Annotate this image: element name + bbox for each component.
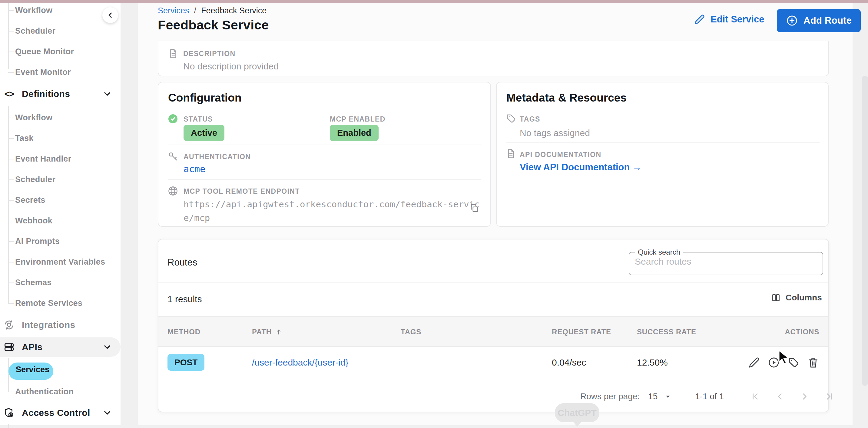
next-page-icon[interactable]: [800, 391, 810, 402]
document-icon: [506, 148, 516, 159]
chevron-left-icon: [106, 10, 115, 20]
sidebar-section-access-control[interactable]: Access Control: [0, 403, 121, 423]
sort-asc-icon: [275, 327, 283, 337]
breadcrumb-separator: /: [194, 6, 196, 16]
quick-search-field[interactable]: Quick search: [629, 248, 823, 275]
method-cell: POST: [167, 347, 205, 378]
edit-service-label: Edit Service: [711, 14, 764, 25]
divider: [158, 282, 828, 283]
integrations-plug-icon: [3, 319, 15, 331]
request-rate-cell: 0.04/sec: [552, 347, 586, 378]
sidebar-item-def-task[interactable]: Task: [15, 132, 34, 144]
metadata-card: Metadata & Resources TAGS No tags assign…: [496, 82, 829, 227]
divider: [506, 142, 819, 143]
shield-user-icon: [3, 407, 15, 419]
routes-title: Routes: [167, 257, 197, 268]
delete-route-trash-icon[interactable]: [807, 356, 819, 369]
scrollbar-thumb[interactable]: [862, 76, 868, 386]
sidebar-section-integrations[interactable]: Integrations: [0, 315, 121, 335]
sidebar-item-event-monitor[interactable]: Event Monitor: [15, 66, 71, 78]
last-page-icon[interactable]: [825, 391, 835, 402]
sidebar-item-services-label: Services: [16, 365, 50, 374]
sidebar-item-event-handler[interactable]: Event Handler: [15, 153, 71, 165]
success-rate-cell: 12.50%: [637, 347, 668, 378]
sidebar-item-ai-prompts[interactable]: AI Prompts: [15, 235, 60, 247]
chatgpt-watermark: ChatGPT: [555, 403, 599, 422]
divider: [168, 145, 481, 145]
pagination-range: 1-1 of 1: [695, 392, 724, 401]
check-circle-icon: [167, 113, 178, 124]
authentication-label: AUTHENTICATION: [184, 153, 251, 161]
sidebar-section-label: Definitions: [22, 89, 70, 99]
status-label: STATUS: [184, 115, 213, 123]
search-routes-input[interactable]: [635, 256, 813, 267]
route-table-row[interactable]: POST /user-feedback/{user-id} 0.04/sec 1…: [158, 347, 828, 378]
col-success-rate[interactable]: SUCCESS RATE: [637, 317, 696, 347]
mcp-enabled-label: MCP ENABLED: [330, 115, 385, 123]
quick-search-label: Quick search: [635, 248, 683, 256]
columns-label: Columns: [786, 293, 822, 303]
sidebar-item-def-workflow[interactable]: Workflow: [15, 112, 52, 124]
tree-line: [8, 424, 9, 428]
sidebar-section-label: Integrations: [22, 320, 75, 330]
description-label: DESCRIPTION: [183, 50, 236, 58]
sidebar-section-label: Access Control: [22, 408, 90, 418]
add-route-button[interactable]: Add Route: [777, 9, 861, 32]
code-icon: <>: [3, 88, 15, 100]
server-stack-icon: [3, 341, 15, 353]
sidebar-item-webhook[interactable]: Webhook: [15, 215, 52, 227]
sidebar-item-workflow[interactable]: Workflow: [15, 4, 52, 17]
chevron-down-icon: [102, 342, 112, 352]
col-method[interactable]: METHOD: [167, 317, 200, 347]
breadcrumb-services-link[interactable]: Services: [158, 6, 189, 16]
col-request-rate[interactable]: REQUEST RATE: [552, 317, 611, 347]
sidebar-section-apis[interactable]: APIs: [0, 337, 121, 357]
tags-value: No tags assigned: [520, 128, 590, 138]
screen: Workflow Scheduler Queue Monitor Event M…: [0, 0, 868, 428]
sidebar-section-label: APIs: [22, 342, 42, 352]
routes-table-header: METHOD PATH TAGS REQUEST RATE SUCCESS RA…: [158, 316, 828, 347]
sidebar-collapse-button[interactable]: [102, 7, 118, 23]
copy-icon[interactable]: [469, 203, 479, 213]
sidebar-item-scheduler[interactable]: Scheduler: [15, 25, 55, 37]
tag-icon: [506, 113, 516, 124]
edit-route-icon[interactable]: [748, 356, 760, 369]
breadcrumb-current: Feedback Service: [201, 6, 267, 16]
view-api-docs-link[interactable]: View API Documentation →: [520, 162, 642, 173]
configuration-card: Configuration STATUS Active MCP ENABLED …: [158, 82, 491, 227]
path-cell: /user-feedback/{user-id}: [252, 347, 349, 378]
mcp-enabled-badge: Enabled: [330, 125, 379, 141]
edit-service-button[interactable]: Edit Service: [694, 14, 764, 25]
endpoint-value: https://api.apigwtest.orkesconductor.com…: [184, 198, 486, 225]
api-docs-label: API DOCUMENTATION: [520, 151, 601, 159]
sidebar-section-definitions[interactable]: <> Definitions: [0, 84, 121, 104]
sidebar: Workflow Scheduler Queue Monitor Event M…: [0, 3, 121, 425]
description-value: No description provided: [183, 61, 279, 72]
description-card: DESCRIPTION No description provided: [158, 40, 829, 76]
tree-line: [8, 358, 9, 392]
prev-page-icon[interactable]: [775, 391, 785, 402]
divider: [168, 179, 481, 180]
rows-per-page-label: Rows per page:: [580, 392, 640, 401]
configuration-title: Configuration: [168, 91, 242, 104]
columns-icon: [771, 293, 781, 303]
mouse-cursor: [775, 349, 792, 368]
document-icon: [168, 49, 178, 59]
route-path-link[interactable]: /user-feedback/{user-id}: [252, 358, 349, 368]
sidebar-item-remote-services[interactable]: Remote Services: [15, 297, 82, 309]
col-path[interactable]: PATH: [252, 317, 283, 347]
columns-button[interactable]: Columns: [771, 293, 822, 303]
first-page-icon[interactable]: [750, 391, 760, 402]
sidebar-item-secrets[interactable]: Secrets: [15, 194, 45, 206]
rows-per-page-select[interactable]: 15: [648, 392, 672, 401]
sidebar-item-authentication[interactable]: Authentication: [15, 386, 73, 398]
plus-circle-icon: [786, 15, 798, 27]
window-top-strip: [0, 0, 868, 3]
col-tags[interactable]: TAGS: [401, 317, 421, 347]
key-icon: [167, 151, 178, 162]
sidebar-item-queue-monitor[interactable]: Queue Monitor: [15, 46, 74, 58]
sidebar-item-env-variables[interactable]: Environment Variables: [15, 256, 105, 268]
sidebar-item-schemas[interactable]: Schemas: [15, 277, 52, 289]
authentication-value-link[interactable]: acme: [184, 164, 205, 174]
sidebar-item-def-scheduler[interactable]: Scheduler: [15, 173, 55, 186]
